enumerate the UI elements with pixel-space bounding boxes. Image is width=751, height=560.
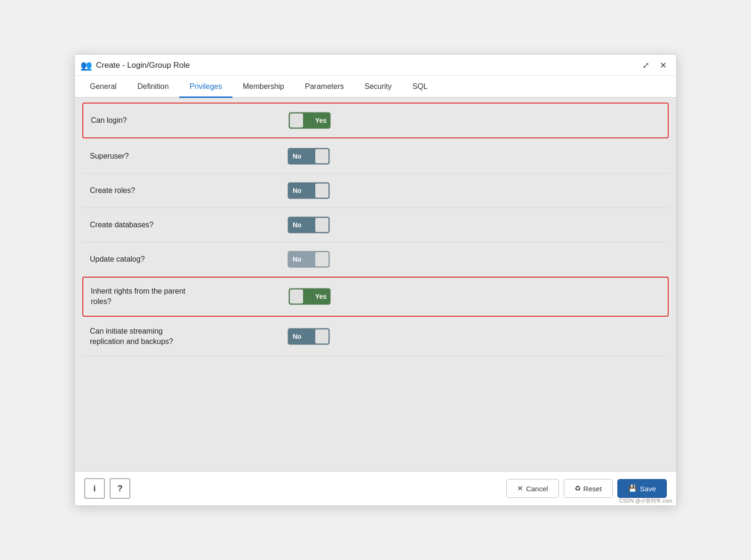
dialog-title: Create - Login/Group Role (96, 61, 190, 70)
streaming-label: Can initiate streamingreplication and ba… (90, 326, 288, 347)
field-row-create-databases: Create databases? No (82, 208, 669, 242)
superuser-label: Superuser? (90, 151, 288, 161)
create-databases-toggle-wrap: No (288, 216, 330, 233)
can-login-toggle[interactable]: Yes (288, 112, 331, 129)
content-area: Can login? Yes Superuser? No (75, 98, 676, 471)
inherit-rights-toggle-label: Yes (315, 293, 327, 300)
streaming-toggle-wrap: No (288, 328, 330, 345)
footer-right: ✕ Cancel ♻ Reset 💾 Save (506, 479, 667, 498)
inherit-rights-thumb (290, 289, 303, 304)
tab-parameters[interactable]: Parameters (295, 76, 354, 98)
field-row-superuser: Superuser? No (82, 139, 669, 174)
superuser-toggle[interactable]: No (288, 148, 330, 165)
streaming-toggle-label: No (293, 333, 302, 340)
title-bar: 👥 Create - Login/Group Role ⤢ ✕ (75, 55, 676, 76)
dialog-icon: 👥 (80, 60, 92, 71)
help-icon: ? (118, 484, 123, 494)
cancel-icon: ✕ (517, 484, 523, 493)
fields-area: Can login? Yes Superuser? No (75, 98, 676, 361)
superuser-toggle-label: No (293, 152, 302, 160)
inherit-rights-toggle[interactable]: Yes (288, 288, 331, 305)
superuser-toggle-wrap: No (288, 148, 330, 165)
inherit-rights-label: Inherit rights from the parentroles? (91, 286, 288, 307)
watermark: CSDN @小管同学.com (619, 497, 672, 504)
reset-button[interactable]: ♻ Reset (564, 479, 613, 498)
update-catalog-label: Update catalog? (90, 254, 288, 264)
can-login-toggle-wrap: Yes (288, 112, 331, 129)
can-login-thumb (290, 113, 303, 128)
tab-definition[interactable]: Definition (127, 76, 179, 98)
inherit-rights-toggle-wrap: Yes (288, 288, 331, 305)
save-icon: 💾 (628, 484, 637, 493)
cancel-button[interactable]: ✕ Cancel (506, 479, 559, 498)
reset-label: Reset (583, 485, 602, 493)
footer: i ? ✕ Cancel ♻ Reset 💾 Save (75, 471, 676, 505)
title-bar-left: 👥 Create - Login/Group Role (80, 60, 190, 71)
create-databases-toggle[interactable]: No (288, 216, 330, 233)
update-catalog-toggle-label: No (293, 256, 302, 263)
info-button[interactable]: i (84, 478, 105, 499)
can-login-label: Can login? (91, 115, 288, 126)
tab-privileges[interactable]: Privileges (179, 76, 232, 98)
field-row-inherit-rights: Inherit rights from the parentroles? Yes (82, 277, 669, 317)
update-catalog-toggle[interactable]: No (288, 251, 330, 268)
save-button[interactable]: 💾 Save (617, 479, 667, 498)
create-roles-label: Create roles? (90, 185, 288, 196)
maximize-button[interactable]: ⤢ (640, 59, 651, 72)
save-label: Save (640, 485, 656, 493)
create-roles-thumb (315, 184, 328, 198)
update-catalog-toggle-wrap: No (288, 251, 330, 268)
update-catalog-thumb (315, 252, 328, 266)
info-icon: i (93, 484, 96, 494)
create-roles-toggle[interactable]: No (288, 182, 330, 199)
title-bar-right: ⤢ ✕ (640, 59, 669, 72)
dialog: 👥 Create - Login/Group Role ⤢ ✕ General … (74, 54, 677, 506)
tab-security[interactable]: Security (354, 76, 402, 98)
create-roles-toggle-label: No (293, 187, 302, 194)
create-roles-toggle-wrap: No (288, 182, 330, 199)
tab-sql[interactable]: SQL (402, 76, 438, 98)
field-row-can-login: Can login? Yes (82, 103, 669, 138)
superuser-thumb (315, 149, 328, 163)
tab-membership[interactable]: Membership (232, 76, 295, 98)
streaming-toggle[interactable]: No (288, 328, 330, 345)
footer-left: i ? (84, 478, 130, 499)
create-databases-label: Create databases? (90, 220, 288, 230)
help-button[interactable]: ? (110, 478, 130, 499)
field-row-update-catalog: Update catalog? No (82, 242, 669, 277)
create-databases-toggle-label: No (293, 221, 302, 229)
cancel-label: Cancel (526, 485, 548, 493)
tab-general[interactable]: General (80, 76, 127, 98)
can-login-toggle-label: Yes (315, 117, 327, 124)
field-row-streaming: Can initiate streamingreplication and ba… (82, 318, 669, 356)
create-databases-thumb (315, 218, 328, 232)
reset-icon: ♻ (575, 484, 581, 493)
tab-bar: General Definition Privileges Membership… (75, 76, 676, 98)
close-button[interactable]: ✕ (658, 59, 669, 72)
field-row-create-roles: Create roles? No (82, 174, 669, 208)
streaming-thumb (315, 329, 328, 344)
